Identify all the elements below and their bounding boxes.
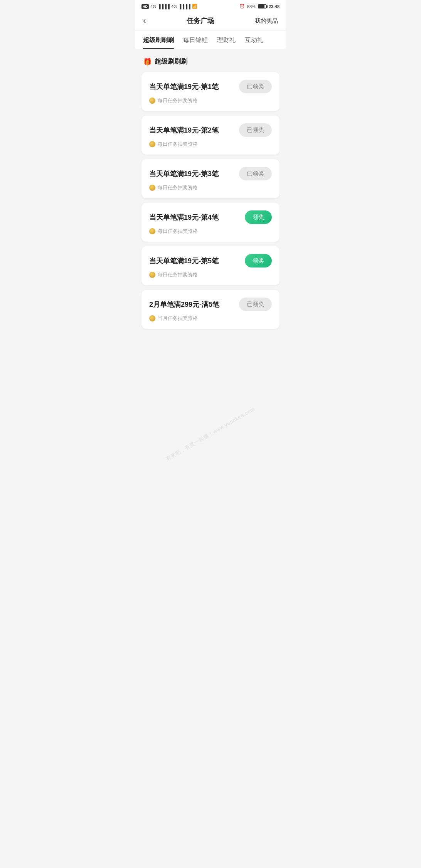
task-title-2: 当天单笔满19元-第2笔: [149, 126, 219, 135]
coin-icon-5: [149, 272, 155, 278]
task-desc-4: 每日任务抽奖资格: [149, 228, 272, 235]
task-desc-text-4: 每日任务抽奖资格: [158, 228, 198, 235]
task-desc-5: 每日任务抽奖资格: [149, 271, 272, 278]
task-title-5: 当天单笔满19元-第5笔: [149, 256, 219, 266]
task-card-1: 当天单笔满19元-第1笔 已领奖 每日任务抽奖资格: [141, 72, 280, 111]
battery-percent: 88%: [247, 4, 256, 9]
coin-icon-1: [149, 98, 155, 104]
watermark: 有奖吧，有奖一起赚！www.yuanke8.com: [165, 405, 256, 462]
coin-icon-4: [149, 228, 155, 234]
task-card-top-6: 2月单笔满299元-满5笔 已领奖: [149, 298, 272, 311]
coin-icon-3: [149, 185, 155, 191]
task-card-2: 当天单笔满19元-第2笔 已领奖 每日任务抽奖资格: [141, 116, 280, 155]
claim-button-4[interactable]: 领奖: [245, 210, 272, 224]
task-card-top-2: 当天单笔满19元-第2笔 已领奖: [149, 123, 272, 137]
tab-bar: 超级刷刷刷 每日锦鲤 理财礼 互动礼: [135, 31, 286, 49]
section-title: 超级刷刷刷: [155, 57, 187, 66]
page-title: 任务广场: [187, 16, 214, 25]
claim-button-1[interactable]: 已领奖: [239, 80, 272, 93]
coin-icon-2: [149, 141, 155, 147]
tab-interactive-gift[interactable]: 互动礼: [245, 31, 263, 49]
claim-button-6[interactable]: 已领奖: [239, 298, 272, 311]
alarm-icon: ⏰: [239, 4, 245, 9]
section-header: 🎁 超级刷刷刷: [135, 56, 286, 72]
task-card-3: 当天单笔满19元-第3笔 已领奖 每日任务抽奖资格: [141, 159, 280, 198]
task-card-5: 当天单笔满19元-第5笔 领奖 每日任务抽奖资格: [141, 246, 280, 285]
task-desc-text-1: 每日任务抽奖资格: [158, 97, 198, 104]
status-right: ⏰ 88% 23:48: [239, 4, 280, 9]
task-desc-2: 每日任务抽奖资格: [149, 141, 272, 148]
hd-badge: HD: [141, 4, 149, 9]
claim-button-3[interactable]: 已领奖: [239, 167, 272, 180]
signal-bar-2: ▐▐▐▐: [179, 4, 190, 9]
cards-container: 当天单笔满19元-第1笔 已领奖 每日任务抽奖资格 当天单笔满19元-第2笔 已…: [135, 72, 286, 329]
task-desc-text-2: 每日任务抽奖资格: [158, 141, 198, 148]
wifi-icon: 📶: [192, 4, 197, 9]
task-desc-text-3: 每日任务抽奖资格: [158, 184, 198, 191]
status-left: HD 4G ▐▐▐▐ 4G ▐▐▐▐ 📶: [141, 4, 197, 9]
claim-button-2[interactable]: 已领奖: [239, 123, 272, 137]
task-card-top-5: 当天单笔满19元-第5笔 领奖: [149, 254, 272, 267]
task-card-top-1: 当天单笔满19元-第1笔 已领奖: [149, 80, 272, 93]
task-card-6: 2月单笔满299元-满5笔 已领奖 当月任务抽奖资格: [141, 290, 280, 329]
task-title-3: 当天单笔满19元-第3笔: [149, 169, 219, 178]
signal-bar-1: ▐▐▐▐: [158, 4, 170, 9]
task-card-top-4: 当天单笔满19元-第4笔 领奖: [149, 210, 272, 224]
task-title-4: 当天单笔满19元-第4笔: [149, 213, 219, 222]
my-prizes-button[interactable]: 我的奖品: [255, 17, 278, 25]
task-title-6: 2月单笔满299元-满5笔: [149, 300, 219, 309]
gift-icon: 🎁: [143, 57, 152, 66]
claim-button-5[interactable]: 领奖: [245, 254, 272, 267]
task-desc-3: 每日任务抽奖资格: [149, 184, 272, 191]
task-desc-text-6: 当月任务抽奖资格: [158, 315, 198, 322]
tab-finance-gift[interactable]: 理财礼: [217, 31, 236, 49]
status-bar: HD 4G ▐▐▐▐ 4G ▐▐▐▐ 📶 ⏰ 88% 23:48: [135, 0, 286, 11]
tab-super-brush[interactable]: 超级刷刷刷: [143, 31, 174, 49]
battery-icon: [258, 4, 266, 8]
signal-4g-1: 4G: [150, 4, 156, 9]
back-button[interactable]: ‹: [143, 16, 146, 26]
task-title-1: 当天单笔满19元-第1笔: [149, 82, 219, 91]
signal-4g-2: 4G: [171, 4, 177, 9]
task-desc-1: 每日任务抽奖资格: [149, 97, 272, 104]
task-card-top-3: 当天单笔满19元-第3笔 已领奖: [149, 167, 272, 180]
task-desc-text-5: 每日任务抽奖资格: [158, 271, 198, 278]
tab-daily-koi[interactable]: 每日锦鲤: [183, 31, 208, 49]
coin-icon-6: [149, 315, 155, 321]
time: 23:48: [269, 4, 280, 9]
task-card-4: 当天单笔满19元-第4笔 领奖 每日任务抽奖资格: [141, 203, 280, 242]
task-desc-6: 当月任务抽奖资格: [149, 315, 272, 322]
nav-bar: ‹ 任务广场 我的奖品: [135, 11, 286, 31]
